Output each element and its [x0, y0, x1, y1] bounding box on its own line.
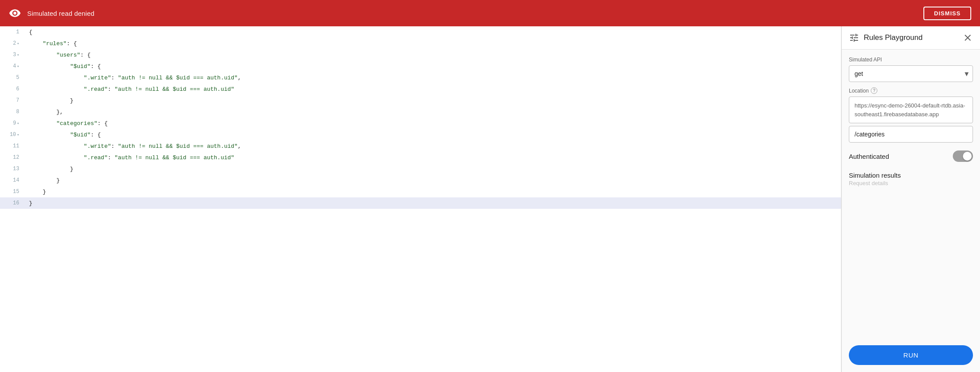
toggle-thumb [963, 152, 972, 161]
panel-body: Simulated API get set push update remove… [842, 50, 980, 345]
code-line: } [23, 186, 841, 197]
alert-bar: Simulated read denied Dismiss [0, 0, 980, 26]
simulated-api-section: Simulated API get set push update remove… [849, 57, 973, 82]
run-button[interactable]: Run [849, 345, 973, 365]
simulated-api-label: Simulated API [849, 57, 973, 63]
line-number: 1 [0, 26, 23, 38]
line-number: 10 ▾ [0, 129, 23, 140]
code-line: { [23, 26, 841, 38]
line-number: 6 [0, 83, 23, 95]
location-path[interactable]: /categories [849, 126, 973, 143]
line-number: 8 [0, 106, 23, 118]
rules-playground-panel: Rules Playground Simulated API get set p… [841, 26, 980, 372]
line-number: 7 [0, 95, 23, 106]
line-number: 13 [0, 163, 23, 175]
authenticated-row: Authenticated [849, 148, 973, 165]
api-select-wrapper: get set push update remove ▾ [849, 65, 973, 82]
line-number: 9 ▾ [0, 118, 23, 129]
code-line: } [23, 163, 841, 175]
simulation-results-section: Simulation results Request details [849, 170, 973, 186]
help-icon: ? [871, 87, 877, 94]
code-line: "rules": { [23, 38, 841, 49]
code-line: ".write": "auth != null && $uid === auth… [23, 72, 841, 83]
dismiss-button[interactable]: Dismiss [923, 7, 971, 20]
request-details-label: Request details [849, 180, 973, 186]
line-number: 16 [0, 197, 23, 209]
code-line: "categories": { [23, 118, 841, 129]
editor-panel[interactable]: 1{2 ▾ "rules": {3 ▾ "users": {4 ▾ "$uid"… [0, 26, 841, 372]
code-table: 1{2 ▾ "rules": {3 ▾ "users": {4 ▾ "$uid"… [0, 26, 841, 209]
close-icon[interactable] [962, 32, 973, 43]
code-line: } [23, 175, 841, 186]
code-line: ".read": "auth != null && $uid === auth.… [23, 83, 841, 95]
alert-message: Simulated read denied [27, 10, 923, 17]
api-select[interactable]: get set push update remove [849, 65, 973, 82]
eye-icon [9, 7, 21, 19]
location-base-url: https://esync-demo-26004-default-rtdb.as… [849, 97, 973, 123]
code-line: } [23, 197, 841, 209]
line-number: 11 [0, 140, 23, 152]
tune-icon [849, 32, 859, 43]
line-number: 12 [0, 152, 23, 163]
code-line: } [23, 95, 841, 106]
line-number: 15 [0, 186, 23, 197]
code-line: "$uid": { [23, 129, 841, 140]
code-line: "users": { [23, 49, 841, 61]
authenticated-label: Authenticated [849, 153, 889, 160]
code-line: }, [23, 106, 841, 118]
code-line: "$uid": { [23, 61, 841, 72]
location-label: Location ? [849, 87, 973, 94]
line-number: 5 [0, 72, 23, 83]
panel-header: Rules Playground [842, 26, 980, 50]
code-line: ".read": "auth != null && $uid === auth.… [23, 152, 841, 163]
line-number: 2 ▾ [0, 38, 23, 49]
line-number: 14 [0, 175, 23, 186]
simulation-results-label: Simulation results [849, 172, 973, 179]
panel-title: Rules Playground [864, 33, 962, 42]
location-section: Location ? https://esync-demo-26004-defa… [849, 87, 973, 143]
authenticated-toggle[interactable] [953, 150, 973, 162]
code-line: ".write": "auth != null && $uid === auth… [23, 140, 841, 152]
line-number: 3 ▾ [0, 49, 23, 61]
main-content: 1{2 ▾ "rules": {3 ▾ "users": {4 ▾ "$uid"… [0, 26, 980, 372]
line-number: 4 ▾ [0, 61, 23, 72]
